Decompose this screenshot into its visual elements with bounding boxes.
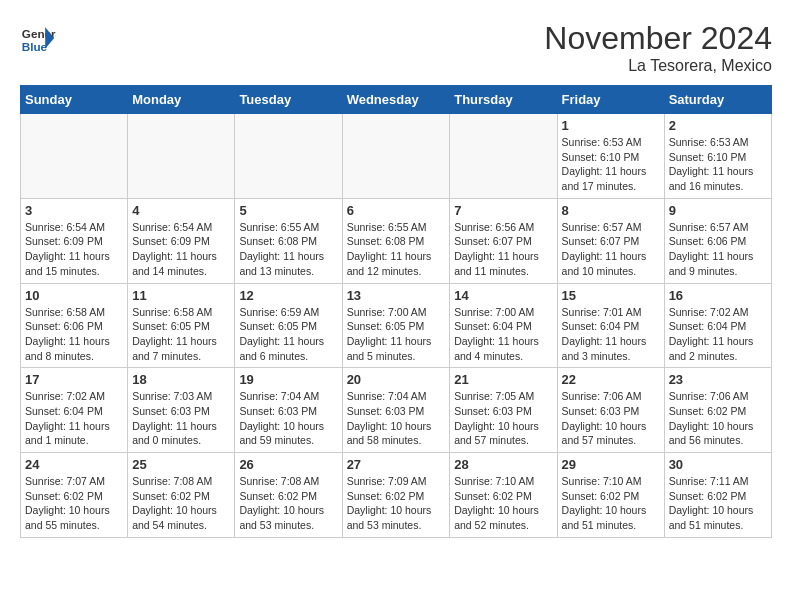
day-info: Sunrise: 7:04 AM Sunset: 6:03 PM Dayligh… (347, 389, 446, 448)
week-row-5: 24Sunrise: 7:07 AM Sunset: 6:02 PM Dayli… (21, 453, 772, 538)
calendar-cell: 18Sunrise: 7:03 AM Sunset: 6:03 PM Dayli… (128, 368, 235, 453)
calendar-cell: 2Sunrise: 6:53 AM Sunset: 6:10 PM Daylig… (664, 114, 771, 199)
weekday-header-row: SundayMondayTuesdayWednesdayThursdayFrid… (21, 86, 772, 114)
week-row-2: 3Sunrise: 6:54 AM Sunset: 6:09 PM Daylig… (21, 198, 772, 283)
calendar-cell: 21Sunrise: 7:05 AM Sunset: 6:03 PM Dayli… (450, 368, 557, 453)
day-number: 22 (562, 372, 660, 387)
day-info: Sunrise: 6:56 AM Sunset: 6:07 PM Dayligh… (454, 220, 552, 279)
weekday-wednesday: Wednesday (342, 86, 450, 114)
logo: General Blue (20, 20, 56, 56)
day-info: Sunrise: 6:58 AM Sunset: 6:05 PM Dayligh… (132, 305, 230, 364)
calendar-cell: 14Sunrise: 7:00 AM Sunset: 6:04 PM Dayli… (450, 283, 557, 368)
day-number: 6 (347, 203, 446, 218)
day-info: Sunrise: 7:00 AM Sunset: 6:05 PM Dayligh… (347, 305, 446, 364)
day-info: Sunrise: 6:59 AM Sunset: 6:05 PM Dayligh… (239, 305, 337, 364)
day-info: Sunrise: 6:54 AM Sunset: 6:09 PM Dayligh… (25, 220, 123, 279)
day-info: Sunrise: 7:01 AM Sunset: 6:04 PM Dayligh… (562, 305, 660, 364)
weekday-monday: Monday (128, 86, 235, 114)
day-number: 18 (132, 372, 230, 387)
day-info: Sunrise: 6:57 AM Sunset: 6:07 PM Dayligh… (562, 220, 660, 279)
day-number: 25 (132, 457, 230, 472)
calendar-cell: 20Sunrise: 7:04 AM Sunset: 6:03 PM Dayli… (342, 368, 450, 453)
day-info: Sunrise: 7:08 AM Sunset: 6:02 PM Dayligh… (132, 474, 230, 533)
day-info: Sunrise: 7:10 AM Sunset: 6:02 PM Dayligh… (454, 474, 552, 533)
calendar-cell: 25Sunrise: 7:08 AM Sunset: 6:02 PM Dayli… (128, 453, 235, 538)
day-number: 10 (25, 288, 123, 303)
calendar-cell: 13Sunrise: 7:00 AM Sunset: 6:05 PM Dayli… (342, 283, 450, 368)
week-row-3: 10Sunrise: 6:58 AM Sunset: 6:06 PM Dayli… (21, 283, 772, 368)
day-number: 4 (132, 203, 230, 218)
calendar-cell: 30Sunrise: 7:11 AM Sunset: 6:02 PM Dayli… (664, 453, 771, 538)
calendar-cell: 27Sunrise: 7:09 AM Sunset: 6:02 PM Dayli… (342, 453, 450, 538)
week-row-1: 1Sunrise: 6:53 AM Sunset: 6:10 PM Daylig… (21, 114, 772, 199)
calendar-cell: 26Sunrise: 7:08 AM Sunset: 6:02 PM Dayli… (235, 453, 342, 538)
logo-icon: General Blue (20, 20, 56, 56)
calendar-cell: 4Sunrise: 6:54 AM Sunset: 6:09 PM Daylig… (128, 198, 235, 283)
day-info: Sunrise: 7:11 AM Sunset: 6:02 PM Dayligh… (669, 474, 767, 533)
svg-text:Blue: Blue (22, 40, 48, 53)
day-info: Sunrise: 7:08 AM Sunset: 6:02 PM Dayligh… (239, 474, 337, 533)
calendar-cell: 28Sunrise: 7:10 AM Sunset: 6:02 PM Dayli… (450, 453, 557, 538)
day-number: 5 (239, 203, 337, 218)
calendar-cell: 29Sunrise: 7:10 AM Sunset: 6:02 PM Dayli… (557, 453, 664, 538)
calendar-cell: 9Sunrise: 6:57 AM Sunset: 6:06 PM Daylig… (664, 198, 771, 283)
day-number: 24 (25, 457, 123, 472)
calendar-cell: 19Sunrise: 7:04 AM Sunset: 6:03 PM Dayli… (235, 368, 342, 453)
weekday-sunday: Sunday (21, 86, 128, 114)
calendar-cell: 17Sunrise: 7:02 AM Sunset: 6:04 PM Dayli… (21, 368, 128, 453)
day-number: 17 (25, 372, 123, 387)
day-number: 29 (562, 457, 660, 472)
calendar-cell (235, 114, 342, 199)
day-number: 30 (669, 457, 767, 472)
day-info: Sunrise: 7:03 AM Sunset: 6:03 PM Dayligh… (132, 389, 230, 448)
calendar-cell: 8Sunrise: 6:57 AM Sunset: 6:07 PM Daylig… (557, 198, 664, 283)
day-info: Sunrise: 7:04 AM Sunset: 6:03 PM Dayligh… (239, 389, 337, 448)
calendar-cell: 10Sunrise: 6:58 AM Sunset: 6:06 PM Dayli… (21, 283, 128, 368)
day-number: 7 (454, 203, 552, 218)
day-info: Sunrise: 7:06 AM Sunset: 6:03 PM Dayligh… (562, 389, 660, 448)
calendar-body: 1Sunrise: 6:53 AM Sunset: 6:10 PM Daylig… (21, 114, 772, 538)
day-number: 8 (562, 203, 660, 218)
day-info: Sunrise: 7:07 AM Sunset: 6:02 PM Dayligh… (25, 474, 123, 533)
day-info: Sunrise: 7:10 AM Sunset: 6:02 PM Dayligh… (562, 474, 660, 533)
calendar-cell: 23Sunrise: 7:06 AM Sunset: 6:02 PM Dayli… (664, 368, 771, 453)
weekday-tuesday: Tuesday (235, 86, 342, 114)
day-number: 20 (347, 372, 446, 387)
location: La Tesorera, Mexico (544, 57, 772, 75)
title-block: November 2024 La Tesorera, Mexico (544, 20, 772, 75)
calendar-cell (342, 114, 450, 199)
calendar-cell: 24Sunrise: 7:07 AM Sunset: 6:02 PM Dayli… (21, 453, 128, 538)
calendar-cell: 11Sunrise: 6:58 AM Sunset: 6:05 PM Dayli… (128, 283, 235, 368)
page-header: General Blue November 2024 La Tesorera, … (20, 20, 772, 75)
calendar-cell (450, 114, 557, 199)
day-info: Sunrise: 6:54 AM Sunset: 6:09 PM Dayligh… (132, 220, 230, 279)
day-number: 19 (239, 372, 337, 387)
day-number: 23 (669, 372, 767, 387)
day-info: Sunrise: 7:02 AM Sunset: 6:04 PM Dayligh… (669, 305, 767, 364)
calendar-table: SundayMondayTuesdayWednesdayThursdayFrid… (20, 85, 772, 538)
calendar-cell: 16Sunrise: 7:02 AM Sunset: 6:04 PM Dayli… (664, 283, 771, 368)
calendar-cell: 7Sunrise: 6:56 AM Sunset: 6:07 PM Daylig… (450, 198, 557, 283)
day-number: 1 (562, 118, 660, 133)
day-number: 12 (239, 288, 337, 303)
calendar-cell: 1Sunrise: 6:53 AM Sunset: 6:10 PM Daylig… (557, 114, 664, 199)
day-info: Sunrise: 7:05 AM Sunset: 6:03 PM Dayligh… (454, 389, 552, 448)
weekday-friday: Friday (557, 86, 664, 114)
day-info: Sunrise: 6:55 AM Sunset: 6:08 PM Dayligh… (347, 220, 446, 279)
weekday-thursday: Thursday (450, 86, 557, 114)
calendar-cell: 12Sunrise: 6:59 AM Sunset: 6:05 PM Dayli… (235, 283, 342, 368)
calendar-cell: 6Sunrise: 6:55 AM Sunset: 6:08 PM Daylig… (342, 198, 450, 283)
calendar-cell (128, 114, 235, 199)
day-number: 27 (347, 457, 446, 472)
day-number: 26 (239, 457, 337, 472)
day-info: Sunrise: 6:58 AM Sunset: 6:06 PM Dayligh… (25, 305, 123, 364)
day-number: 2 (669, 118, 767, 133)
day-number: 3 (25, 203, 123, 218)
day-number: 9 (669, 203, 767, 218)
calendar-cell: 15Sunrise: 7:01 AM Sunset: 6:04 PM Dayli… (557, 283, 664, 368)
calendar-cell: 5Sunrise: 6:55 AM Sunset: 6:08 PM Daylig… (235, 198, 342, 283)
month-title: November 2024 (544, 20, 772, 57)
day-info: Sunrise: 6:57 AM Sunset: 6:06 PM Dayligh… (669, 220, 767, 279)
day-info: Sunrise: 7:00 AM Sunset: 6:04 PM Dayligh… (454, 305, 552, 364)
day-number: 16 (669, 288, 767, 303)
